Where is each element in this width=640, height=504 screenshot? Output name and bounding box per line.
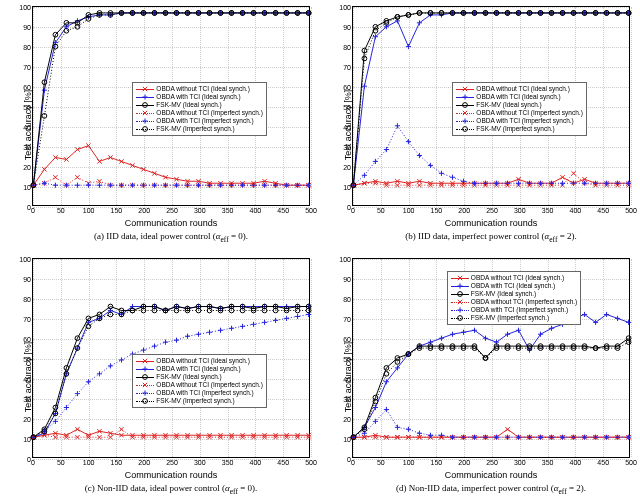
legend-label: OBDA with TCI (Imperfect synch.): [156, 389, 253, 397]
ytick: 70: [343, 64, 351, 71]
xtick: 200: [458, 207, 470, 214]
ytick: 90: [343, 276, 351, 283]
legend-marker-o-icon: [456, 125, 474, 133]
legend-label: OBDA with TCI (Ideal synch.): [156, 93, 240, 101]
legend-label: OBDA without TCI (Imperfect synch.): [471, 298, 577, 306]
xtick: 0: [351, 459, 355, 466]
svg-point-1079: [457, 315, 462, 320]
ytick: 80: [343, 296, 351, 303]
legend-label: OBDA with TCI (Ideal synch.): [156, 365, 240, 373]
ytick: 30: [23, 396, 31, 403]
svg-point-264: [143, 103, 148, 108]
legend-label: FSK-MV (Imperfect synch.): [156, 397, 234, 405]
ytick: 80: [343, 44, 351, 51]
ytick: 10: [343, 436, 351, 443]
xtick: 450: [597, 459, 609, 466]
ytick: 40: [343, 124, 351, 131]
panel-caption: (a) IID data, ideal power control (αeff …: [32, 231, 310, 244]
ytick: 70: [23, 316, 31, 323]
panel-caption: (c) Non-IID data, ideal power control (α…: [32, 483, 310, 496]
panel-caption: (b) IID data, imperfect power control (α…: [352, 231, 630, 244]
xtick: 0: [31, 207, 35, 214]
legend-marker-x-icon: [136, 85, 154, 93]
legend-marker-x-icon: [456, 85, 474, 93]
legend-item: OBDA without TCI (Imperfect synch.): [136, 109, 262, 117]
legend-label: OBDA with TCI (Imperfect synch.): [471, 306, 568, 314]
ytick: 100: [339, 256, 351, 263]
legend-label: OBDA without TCI (Imperfect synch.): [156, 381, 262, 389]
legend-item: OBDA without TCI (Ideal synch.): [136, 85, 262, 93]
x-axis-label: Communication rounds: [352, 218, 630, 228]
legend-marker-plus-icon: [136, 389, 154, 397]
xtick: 400: [570, 207, 582, 214]
legend-label: FSK-MV (Ideal synch.): [471, 290, 536, 298]
legend-item: FSK-MV (Imperfect synch.): [136, 125, 262, 133]
svg-point-809: [143, 399, 148, 404]
xtick: 500: [305, 459, 317, 466]
legend-item: OBDA without TCI (Ideal synch.): [451, 274, 577, 282]
xtick: 200: [138, 459, 150, 466]
legend-marker-plus-icon: [451, 306, 469, 314]
legend-item: OBDA without TCI (Ideal synch.): [136, 357, 262, 365]
ytick: 80: [23, 296, 31, 303]
legend-item: FSK-MV (Ideal synch.): [456, 101, 582, 109]
legend-label: FSK-MV (Ideal synch.): [156, 101, 221, 109]
plot-area: 0102030405060708090100050100150200250300…: [32, 6, 310, 206]
legend-label: FSK-MV (Imperfect synch.): [156, 125, 234, 133]
ytick: 50: [343, 104, 351, 111]
legend-item: FSK-MV (Imperfect synch.): [456, 125, 582, 133]
ytick: 70: [343, 316, 351, 323]
figure-grid: Test accuracy [%]01020304050607080901000…: [0, 0, 640, 504]
legend-marker-x-icon: [451, 298, 469, 306]
xtick: 500: [625, 459, 637, 466]
legend-marker-o-icon: [456, 101, 474, 109]
xtick: 150: [431, 459, 443, 466]
xtick: 350: [542, 207, 554, 214]
xtick: 300: [514, 459, 526, 466]
legend-item: FSK-MV (Ideal synch.): [136, 373, 262, 381]
xtick: 50: [57, 459, 65, 466]
xtick: 300: [194, 459, 206, 466]
legend-marker-o-icon: [451, 290, 469, 298]
ytick: 90: [23, 276, 31, 283]
xtick: 100: [403, 459, 415, 466]
xtick: 250: [486, 207, 498, 214]
legend-label: OBDA without TCI (Ideal synch.): [156, 357, 249, 365]
ytick: 20: [343, 416, 351, 423]
legend-item: OBDA with TCI (Ideal synch.): [451, 282, 577, 290]
ytick: 40: [23, 124, 31, 131]
xtick: 100: [403, 207, 415, 214]
legend-marker-plus-icon: [136, 93, 154, 101]
legend-label: FSK-MV (Imperfect synch.): [476, 125, 554, 133]
svg-point-534: [463, 103, 468, 108]
svg-point-539: [463, 127, 468, 132]
xtick: 0: [351, 207, 355, 214]
ytick: 60: [23, 336, 31, 343]
xtick: 50: [377, 207, 385, 214]
legend-label: OBDA without TCI (Imperfect synch.): [156, 109, 262, 117]
xtick: 0: [31, 459, 35, 466]
legend-marker-x-icon: [451, 274, 469, 282]
legend-label: FSK-MV (Ideal synch.): [476, 101, 541, 109]
legend-marker-plus-icon: [136, 365, 154, 373]
xtick: 250: [166, 459, 178, 466]
ytick: 100: [19, 256, 31, 263]
svg-point-804: [143, 375, 148, 380]
x-axis-label: Communication rounds: [32, 470, 310, 480]
ytick: 100: [339, 4, 351, 11]
legend-marker-plus-icon: [456, 117, 474, 125]
legend-label: OBDA without TCI (Ideal synch.): [156, 85, 249, 93]
ytick: 20: [23, 416, 31, 423]
legend-marker-x-icon: [136, 381, 154, 389]
xtick: 300: [194, 207, 206, 214]
ytick: 40: [23, 376, 31, 383]
legend-marker-x-icon: [456, 109, 474, 117]
panel-d: Test accuracy [%]01020304050607080901000…: [320, 252, 640, 504]
xtick: 150: [111, 459, 123, 466]
svg-point-1047: [384, 371, 389, 376]
xtick: 250: [486, 459, 498, 466]
legend-item: FSK-MV (Imperfect synch.): [136, 397, 262, 405]
legend: OBDA without TCI (Ideal synch.)OBDA with…: [447, 271, 581, 325]
legend-item: FSK-MV (Ideal synch.): [136, 101, 262, 109]
legend-item: OBDA with TCI (Ideal synch.): [136, 365, 262, 373]
